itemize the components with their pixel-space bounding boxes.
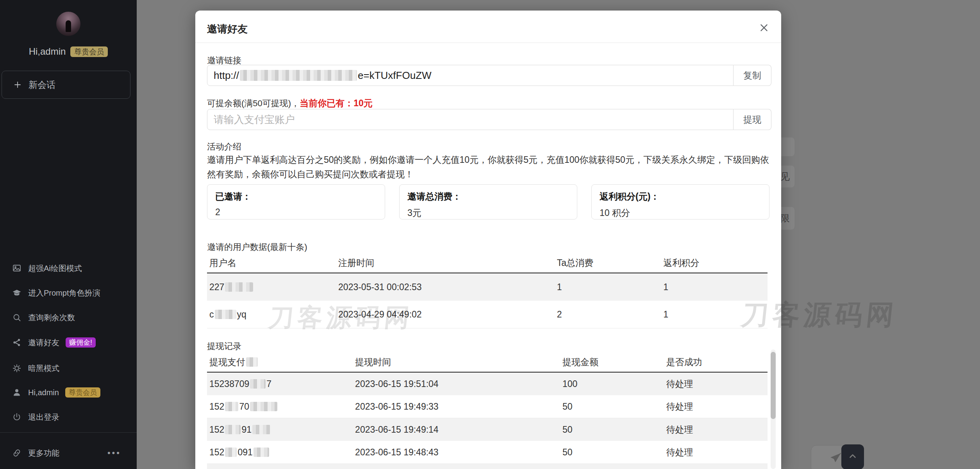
withdraw-time-cell: 2023-06-15 19:49:14 — [353, 418, 560, 441]
column-header: 是否成功 — [664, 352, 768, 372]
invite-link-row: http://e=kTUxfFOuZW 复制 — [207, 65, 771, 86]
vip-badge: 尊贵会员 — [70, 46, 108, 57]
sidebar-item-label: 更多功能 — [28, 448, 59, 458]
account-cell: 15291 — [207, 418, 353, 441]
stat-label: 已邀请： — [215, 191, 377, 203]
invite-link-suffix: e=kTUxfFOuZW — [358, 70, 432, 81]
users-table-title: 邀请的用户数据(最新十条) — [207, 241, 307, 253]
stat-label: 邀请总消费： — [407, 191, 569, 203]
register-time-cell: 2023-04-29 04:49:02 — [336, 301, 555, 328]
new-chat-button[interactable]: 新会话 — [2, 71, 130, 99]
link-icon — [12, 448, 22, 458]
alipay-row: 提现 — [207, 109, 771, 130]
invite-link-prefix: http:// — [214, 70, 239, 81]
table-row: 227 2023-05-31 00:02:53 1 1 — [207, 273, 768, 301]
modal-title: 邀请好友 — [207, 22, 248, 36]
user-icon — [12, 387, 22, 398]
rebate-cell: 1 — [661, 273, 768, 301]
stat-invited: 已邀请： 2 — [207, 184, 385, 219]
table-row: 152091 2023-06-15 19:48:43 50 待处理 — [207, 441, 768, 464]
redacted-blur — [250, 379, 266, 389]
invite-link-input[interactable]: http://e=kTUxfFOuZW — [207, 65, 734, 86]
withdraw-records-table: 提现支付 提现时间 提现金额 是否成功 152387097 2023-06-15… — [207, 352, 768, 469]
graduation-cap-icon — [12, 288, 22, 298]
table-row: 15270 2023-06-15 19:49:33 50 待处理 — [207, 395, 768, 418]
sidebar-item-dark-mode[interactable]: 暗黑模式 — [0, 356, 137, 380]
modal-scrollbar-track — [771, 350, 776, 469]
account-cell: 15270917 — [207, 464, 353, 469]
search-icon — [12, 312, 22, 323]
username-cell: cyq — [207, 301, 336, 328]
scrollbar-thumb[interactable] — [771, 352, 776, 419]
amount-cell: 50 — [560, 441, 664, 464]
column-header: 注册时间 — [336, 253, 555, 273]
sidebar-item-logout[interactable]: 退出登录 — [0, 405, 137, 429]
redacted-blur — [246, 357, 258, 367]
copy-button[interactable]: 复制 — [734, 65, 771, 86]
status-cell: 待处理 — [664, 373, 768, 395]
balance-label-row: 可提余额(满50可提现)，当前你已有：10元 — [207, 97, 373, 109]
modal-header-divider — [195, 43, 781, 43]
invite-friends-modal: 邀请好友 邀请链接 http://e=kTUxfFOuZW 复制 可提余额(满5… — [195, 11, 781, 469]
share-icon — [12, 337, 22, 348]
withdraw-table-title: 提现记录 — [207, 341, 241, 352]
sidebar-item-more-features[interactable]: 更多功能 ••• — [0, 441, 137, 465]
close-icon[interactable] — [757, 21, 771, 35]
stat-rebate-points: 返利积分(元)： 10 积分 — [591, 184, 769, 219]
withdraw-button[interactable]: 提现 — [734, 109, 771, 130]
table-row: 15270917 2023-06-15 19:47:03 50 待处理 — [207, 464, 768, 469]
vip-badge-menu: 尊贵会员 — [65, 387, 100, 398]
redacted-blur — [252, 425, 270, 434]
sidebar-item-prompt-roleplay[interactable]: 进入Prompt角色扮演 — [0, 281, 137, 305]
amount-cell: 50 — [560, 418, 664, 441]
column-header: 提现时间 — [353, 352, 560, 372]
sidebar: Hi,admin 尊贵会员 新会话 超强Ai绘图模式 进入Prompt角色扮演 … — [0, 0, 137, 469]
sidebar-item-label: 进入Prompt角色扮演 — [28, 288, 100, 298]
sidebar-item-label: 退出登录 — [28, 412, 59, 423]
activity-title: 活动介绍 — [207, 141, 241, 153]
table-row: cyq 2023-04-29 04:49:02 2 1 — [207, 301, 768, 328]
status-cell: 待处理 — [664, 395, 768, 418]
balance-label: 可提余额(满50可提现)， — [207, 98, 300, 108]
amount-cell: 50 — [560, 464, 664, 469]
avatar — [56, 12, 80, 36]
sidebar-item-query-credits[interactable]: 查询剩余次数 — [0, 305, 137, 330]
ellipsis-icon: ••• — [107, 448, 121, 458]
withdraw-time-cell: 2023-06-15 19:48:43 — [353, 441, 560, 464]
table-row: 152387097 2023-06-15 19:51:04 100 待处理 — [207, 373, 768, 395]
consume-cell: 1 — [555, 273, 661, 301]
sidebar-item-invite-friends[interactable]: 邀请好友 赚佣金! — [0, 330, 137, 355]
greeting-row: Hi,admin 尊贵会员 — [0, 46, 137, 57]
column-header: Ta总消费 — [555, 253, 661, 273]
redacted-blur — [225, 402, 238, 411]
status-cell: 待处理 — [664, 418, 768, 441]
withdraw-time-cell: 2023-06-15 19:51:04 — [353, 373, 560, 395]
status-cell: 待处理 — [664, 441, 768, 464]
sidebar-item-label: 暗黑模式 — [28, 363, 59, 374]
balance-highlight: 当前你已有：10元 — [300, 98, 373, 108]
redacted-blur — [253, 448, 269, 457]
table-row: 15291 2023-06-15 19:49:14 50 待处理 — [207, 418, 768, 441]
stat-value: 2 — [215, 207, 377, 218]
account-cell: 152387097 — [207, 373, 353, 395]
new-chat-label: 新会话 — [29, 79, 55, 91]
column-header: 提现金额 — [560, 352, 664, 372]
status-cell: 待处理 — [664, 464, 768, 469]
stat-label: 返利积分(元)： — [600, 191, 761, 203]
column-header: 用户名 — [207, 253, 336, 273]
table-header-row: 提现支付 提现时间 提现金额 是否成功 — [207, 352, 768, 373]
redacted-blur — [225, 448, 237, 457]
stat-value: 10 积分 — [600, 207, 761, 219]
sidebar-item-account[interactable]: Hi,admin 尊贵会员 — [0, 380, 137, 405]
power-icon — [12, 412, 22, 422]
username-cell: 227 — [207, 273, 336, 301]
register-time-cell: 2023-05-31 00:02:53 — [336, 273, 555, 301]
alipay-account-input[interactable] — [207, 109, 734, 130]
plus-icon — [13, 80, 22, 89]
activity-description: 邀请用户下单返利高达百分之50的奖励，例如你邀请一个人充值10元，你就获得5元，… — [207, 153, 769, 182]
sidebar-item-label: 超强Ai绘图模式 — [28, 263, 82, 274]
consume-cell: 2 — [555, 301, 661, 328]
sidebar-item-ai-draw[interactable]: 超强Ai绘图模式 — [0, 256, 137, 280]
sidebar-divider — [0, 432, 137, 433]
withdraw-time-cell: 2023-06-15 19:49:33 — [353, 395, 560, 418]
